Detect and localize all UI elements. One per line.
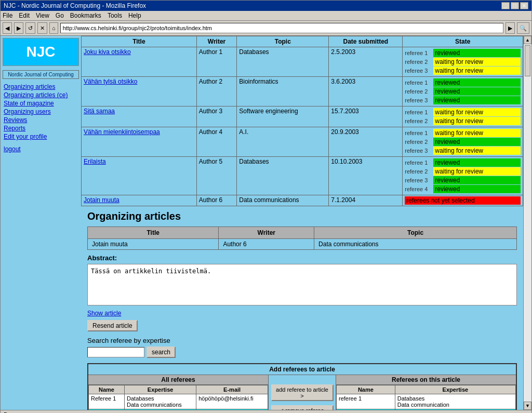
sidebar-item-organizing-articles-ce[interactable]: Organizing articles (ce): [4, 91, 79, 99]
ref-expertise: A.I.AlgorithmsMachine learning: [125, 409, 196, 410]
article-writer: Author 2: [196, 77, 236, 106]
menu-edit[interactable]: Edit: [19, 12, 30, 19]
article-writer: Author 4: [196, 127, 236, 157]
menu-tools[interactable]: Tools: [108, 12, 122, 19]
sidebar-item-reviews[interactable]: Reviews: [4, 116, 79, 124]
menu-view[interactable]: View: [36, 12, 49, 19]
article-topic: Bioinformatics: [237, 77, 329, 106]
referees-on-article-section: Referees on this article Name Expertise: [336, 375, 516, 410]
referees-on-article-table: Name Expertise referee 1 DatabasesData c: [336, 385, 516, 410]
ref-email: proffa@uni.se: [196, 409, 268, 410]
table-row: Erilaista Author 5 Databases 10.10.2003 …: [82, 157, 523, 195]
table-row: Jotain muuta Author 6 Data communication…: [82, 195, 523, 206]
address-bar: [60, 23, 503, 33]
article-link[interactable]: Jotain muuta: [84, 196, 119, 204]
article-state: referee 1reviewed referee 2waiting for r…: [403, 47, 523, 77]
article-link[interactable]: Erilaista: [84, 158, 106, 165]
ref-col-expertise: Expertise: [125, 385, 196, 394]
close-button[interactable]: ✕: [520, 2, 528, 9]
selected-title: Jotain muuta: [88, 239, 219, 250]
article-state: referee 1reviewed referee 2waiting for r…: [403, 157, 523, 195]
article-writer: Author 1: [196, 47, 236, 77]
article-topic: Databases: [237, 47, 329, 77]
sidebar-item-organizing-users[interactable]: Organizing users: [4, 108, 79, 115]
table-row: Vähän mielenkiintoisempaa Author 4 A.I. …: [82, 127, 523, 157]
on-ref-name: referee: [337, 409, 395, 410]
article-writer: Author 6: [196, 195, 236, 206]
article-link[interactable]: Sitä samaa: [84, 108, 115, 115]
search-input[interactable]: [87, 347, 144, 357]
maximize-button[interactable]: □: [511, 2, 519, 9]
referees-container: Add referees to article All referees Nam…: [87, 363, 517, 410]
article-topic: Software engineering: [237, 106, 329, 127]
on-article-referee-row[interactable]: referee 1 DatabasesData communication: [337, 394, 516, 409]
minimize-button[interactable]: _: [501, 2, 510, 9]
article-state: referee 1reviewed referee 2reviewed refe…: [403, 77, 523, 106]
menu-file[interactable]: File: [3, 12, 12, 19]
col-header-topic: Topic: [237, 36, 329, 47]
organizing-section: Organizing articles Title Writer Topic: [81, 206, 523, 410]
on-article-referee-row[interactable]: referee: [337, 409, 516, 410]
scroll-down-button[interactable]: ▼: [524, 402, 531, 410]
selected-article-table: Title Writer Topic Jotain muuta Author 6…: [87, 227, 517, 250]
organizing-title: Organizing articles: [87, 210, 517, 222]
referees-main-header: Add referees to article: [88, 364, 516, 375]
article-date: 10.10.2003: [329, 157, 403, 195]
article-link[interactable]: Vähän tylsä otsikko: [84, 78, 137, 85]
ref-email: höpöhöpö@helsinki.fi: [196, 394, 268, 409]
remove-referee-button[interactable]: < remove referee from article: [271, 405, 334, 410]
col-header-date: Date submitted: [329, 36, 403, 47]
home-button[interactable]: ⌂: [49, 22, 58, 34]
all-referee-row[interactable]: Referee 1 DatabasesData communications h…: [89, 394, 268, 409]
sidebar-links: Organizing articles Organizing articles …: [3, 83, 79, 153]
ref-col-email: E-mail: [196, 385, 268, 394]
article-link[interactable]: Joku kiva otsikko: [84, 48, 131, 56]
resend-article-button[interactable]: Resend article: [87, 320, 138, 331]
sidebar-item-reports[interactable]: Reports: [4, 125, 79, 132]
ref-expertise: DatabasesData communications: [125, 394, 196, 409]
search-button[interactable]: search: [147, 347, 176, 358]
toolbar: ◀ ▶ ↺ ✕ ⌂ ▶ 🔍: [1, 21, 531, 36]
go-button[interactable]: ▶: [506, 22, 515, 34]
vertical-scrollbar[interactable]: ▲ ▼: [523, 36, 531, 410]
scroll-up-button[interactable]: ▲: [524, 36, 531, 44]
menu-help[interactable]: Help: [128, 12, 141, 19]
abstract-text: Tässä on artikkelin tiivistelmä.: [87, 264, 517, 305]
forward-button[interactable]: ▶: [14, 22, 23, 34]
all-referees-table: Name Expertise E-mail Referee 1: [88, 385, 268, 410]
referees-on-article-header: Referees on this article: [336, 375, 516, 385]
menu-bookmarks[interactable]: Bookmarks: [70, 12, 101, 19]
on-ref-col-name: Name: [337, 385, 395, 394]
on-ref-col-expertise: Expertise: [395, 385, 515, 394]
scrollbar-thumb[interactable]: [525, 45, 530, 76]
article-date: 3.6.2003: [329, 77, 403, 106]
org-col-topic: Topic: [314, 227, 517, 239]
article-topic: A.I.: [237, 127, 329, 157]
article-state: referees not yet selected: [403, 195, 523, 206]
all-referee-row[interactable]: Referee 2 A.I.AlgorithmsMachine learning…: [89, 409, 268, 410]
article-topic: Databases: [237, 157, 329, 195]
menu-go[interactable]: Go: [56, 12, 64, 19]
sidebar-item-organizing-articles[interactable]: Organizing articles: [4, 83, 79, 90]
search-toolbar-button[interactable]: 🔍: [517, 22, 529, 34]
stop-button[interactable]: ✕: [37, 22, 47, 34]
scrollbar-track[interactable]: [524, 44, 531, 402]
sidebar-item-logout[interactable]: logout: [4, 145, 79, 153]
add-referee-button[interactable]: add referee to article >: [271, 384, 334, 401]
article-date: 2.5.2003: [329, 47, 403, 77]
article-date: 20.9.2003: [329, 127, 403, 157]
articles-table: Title Writer Topic Date submitted State …: [81, 36, 523, 206]
title-bar: NJC - Nordic Journal of Computing - Mozi…: [1, 1, 531, 11]
abstract-label: Abstract:: [87, 254, 517, 262]
article-link[interactable]: Vähän mielenkiintoisempaa: [84, 128, 160, 136]
back-button[interactable]: ◀: [3, 22, 12, 34]
show-article-link[interactable]: Show article: [87, 310, 517, 317]
reload-button[interactable]: ↺: [25, 22, 35, 34]
sidebar-item-edit-profile[interactable]: Edit your profile: [4, 133, 79, 140]
url-input[interactable]: [60, 23, 503, 33]
org-col-writer: Writer: [219, 227, 314, 239]
sidebar-item-state-of-magazine[interactable]: State of magazine: [4, 100, 79, 107]
content-area: Title Writer Topic Date submitted State …: [81, 36, 523, 410]
article-state: referee 1waiting for review referee 2rev…: [403, 127, 523, 157]
col-header-title: Title: [82, 36, 197, 47]
